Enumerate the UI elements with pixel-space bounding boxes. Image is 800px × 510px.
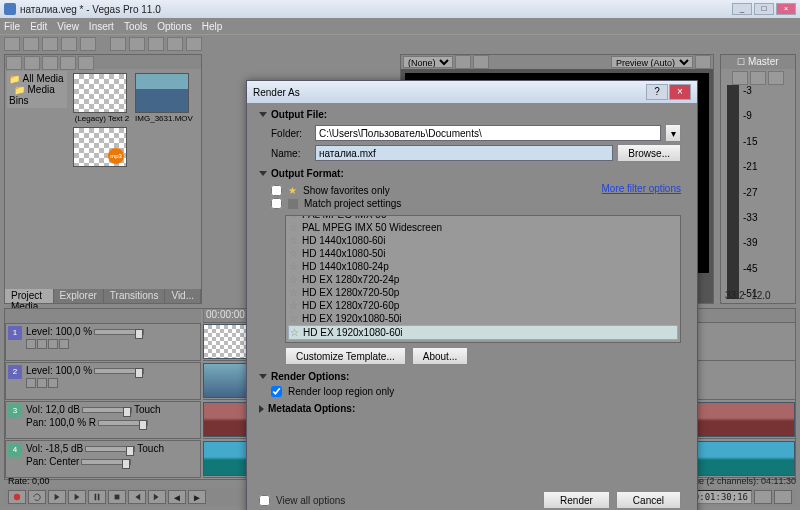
cancel-button[interactable]: Cancel (616, 491, 681, 509)
master-tool[interactable] (768, 71, 784, 85)
preview-tool[interactable] (695, 55, 711, 69)
track-header[interactable]: 2 Level: 100,0 % (5, 362, 201, 400)
copy-button[interactable] (129, 37, 145, 51)
menu-edit[interactable]: Edit (30, 21, 47, 32)
menu-insert[interactable]: Insert (89, 21, 114, 32)
media-tree[interactable]: 📁 All Media 📁 Media Bins (7, 71, 67, 108)
menu-view[interactable]: View (57, 21, 79, 32)
tool-a[interactable] (754, 490, 772, 504)
render-loop-checkbox[interactable] (271, 386, 282, 397)
vol-slider[interactable] (82, 407, 132, 413)
media-item[interactable]: IMG_3631.MOV (135, 73, 193, 123)
track-mute[interactable] (26, 339, 36, 349)
format-item[interactable]: ☆HD EX 1280x720-50p (288, 286, 678, 299)
save-button[interactable] (42, 37, 58, 51)
loop-button[interactable] (28, 490, 46, 504)
next-button[interactable]: ► (188, 490, 206, 504)
track-header[interactable]: 4 Vol: -18,5 dBTouch Pan: Center (5, 440, 201, 478)
menu-help[interactable]: Help (202, 21, 223, 32)
level-slider[interactable] (94, 329, 144, 335)
disclosure-icon[interactable] (259, 405, 264, 413)
pause-button[interactable] (88, 490, 106, 504)
stop-button[interactable] (108, 490, 126, 504)
about-button[interactable]: About... (412, 347, 468, 365)
format-item[interactable]: ☆PAL MPEG IMX 50 Widescreen (288, 221, 678, 234)
tab-project-media[interactable]: Project Media (5, 289, 54, 303)
folder-input[interactable] (315, 125, 661, 141)
toolbar-button[interactable] (61, 37, 77, 51)
disclosure-icon[interactable] (259, 374, 267, 379)
level-slider[interactable] (94, 368, 144, 374)
redo-button[interactable] (186, 37, 202, 51)
preview-device-select[interactable]: (None) (403, 56, 453, 68)
match-project-checkbox[interactable] (271, 198, 282, 209)
preview-tool[interactable] (473, 55, 489, 69)
media-tool[interactable] (42, 56, 58, 70)
prev-button[interactable]: ◄ (168, 490, 186, 504)
view-all-checkbox[interactable] (259, 495, 270, 506)
play-button[interactable] (68, 490, 86, 504)
format-item[interactable]: ☆HD 1440x1080-60i (288, 234, 678, 247)
minimize-button[interactable]: _ (732, 3, 752, 15)
track-fx[interactable] (48, 339, 58, 349)
preview-tool[interactable] (455, 55, 471, 69)
dialog-titlebar[interactable]: Render As ? × (247, 81, 697, 103)
track-header[interactable]: 3 Vol: 12,0 dBTouch Pan: 100,0 % R (5, 401, 201, 439)
folder-dropdown[interactable]: ▾ (665, 124, 681, 142)
track-fx[interactable] (48, 378, 58, 388)
master-tool[interactable] (750, 71, 766, 85)
format-item[interactable]: ☆HD 1440x1080-50i (288, 247, 678, 260)
disclosure-icon[interactable] (259, 171, 267, 176)
tab-video[interactable]: Vid... (165, 289, 201, 303)
format-item[interactable]: ☆HD EX 1280x720-24p (288, 273, 678, 286)
preview-quality-select[interactable]: Preview (Auto) (611, 56, 693, 68)
record-button[interactable] (8, 490, 26, 504)
track-mute[interactable] (26, 378, 36, 388)
cut-button[interactable] (110, 37, 126, 51)
media-item[interactable]: (Legacy) Text 2 (73, 73, 131, 123)
play-start-button[interactable] (48, 490, 66, 504)
toolbar-button[interactable] (80, 37, 96, 51)
dialog-help-button[interactable]: ? (646, 84, 668, 100)
format-list[interactable]: ☆PAL DV☆PAL DV Widescreen☆PAL MPEG IMX 5… (285, 215, 681, 343)
pan-slider[interactable] (81, 459, 131, 465)
track-auto[interactable] (59, 339, 69, 349)
pan-slider[interactable] (98, 420, 148, 426)
render-button[interactable]: Render (543, 491, 610, 509)
go-start-button[interactable] (128, 490, 146, 504)
close-button[interactable]: × (776, 3, 796, 15)
menu-file[interactable]: File (4, 21, 20, 32)
format-item[interactable]: ☆HD 1440x1080-24p (288, 260, 678, 273)
master-tool[interactable] (732, 71, 748, 85)
go-end-button[interactable] (148, 490, 166, 504)
track-solo[interactable] (37, 378, 47, 388)
media-tool[interactable] (6, 56, 22, 70)
media-tool[interactable] (24, 56, 40, 70)
format-item[interactable]: ☆HD EX 1920x1080-60i (288, 325, 678, 340)
track-solo[interactable] (37, 339, 47, 349)
format-item[interactable]: ☆HD EX 1280x720-60p (288, 299, 678, 312)
maximize-button[interactable]: □ (754, 3, 774, 15)
dialog-close-button[interactable]: × (669, 84, 691, 100)
show-favorites-checkbox[interactable] (271, 185, 282, 196)
name-input[interactable] (315, 145, 613, 161)
menu-tools[interactable]: Tools (124, 21, 147, 32)
tool-b[interactable] (774, 490, 792, 504)
paste-button[interactable] (148, 37, 164, 51)
track-header[interactable]: 1 Level: 100,0 % (5, 323, 201, 361)
menu-options[interactable]: Options (157, 21, 191, 32)
more-filter-link[interactable]: More filter options (602, 183, 681, 194)
new-button[interactable] (4, 37, 20, 51)
media-item[interactable]: mp3 (73, 127, 131, 167)
tab-explorer[interactable]: Explorer (54, 289, 104, 303)
customize-template-button[interactable]: Customize Template... (285, 347, 406, 365)
format-item[interactable]: ☆HD EX 1920x1080-50i (288, 312, 678, 325)
media-tool[interactable] (78, 56, 94, 70)
vol-slider[interactable] (85, 446, 135, 452)
tab-transitions[interactable]: Transitions (104, 289, 166, 303)
undo-button[interactable] (167, 37, 183, 51)
disclosure-icon[interactable] (259, 112, 267, 117)
media-tool[interactable] (60, 56, 76, 70)
open-button[interactable] (23, 37, 39, 51)
browse-button[interactable]: Browse... (617, 144, 681, 162)
